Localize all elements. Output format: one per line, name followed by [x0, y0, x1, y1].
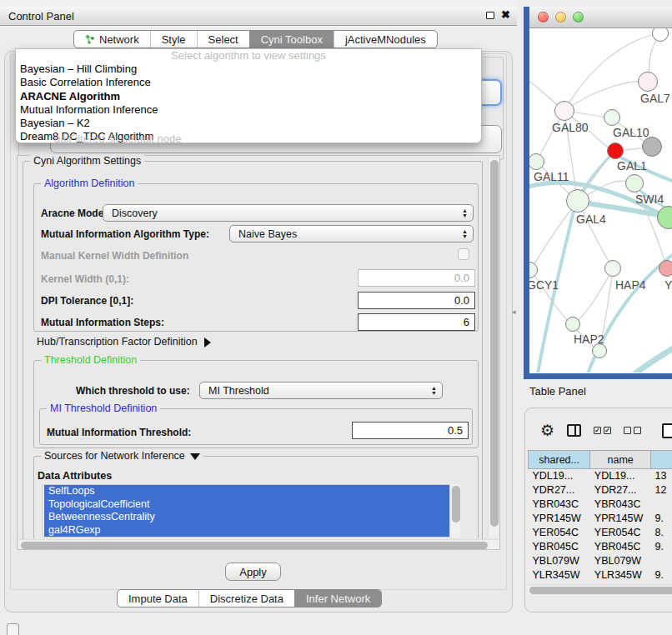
network-node-swi4[interactable] [625, 174, 644, 192]
attribute-list-item[interactable]: gal4RGexp [44, 524, 458, 538]
hub-transcription-factor-expander[interactable]: Hub/Transcription Factor Definition [37, 336, 211, 348]
dropdown-prompt: Select algorithm to view settings [16, 49, 481, 62]
scrollbar-thumb[interactable] [452, 486, 460, 522]
which-threshold-label: Which threshold to use: [76, 385, 190, 397]
close-button-icon[interactable] [538, 12, 549, 22]
tab-network[interactable]: Network [74, 31, 150, 48]
table-row[interactable]: YDL19...YDL19...13 [529, 469, 672, 483]
mi-steps-label: Mutual Information Steps: [41, 317, 164, 328]
algorithm-option[interactable]: Bayesian – Hill Climbing [16, 62, 481, 76]
table-row[interactable]: YBR043CYBR043C [529, 498, 672, 512]
kernel-width-field[interactable]: 0.0 [358, 269, 475, 287]
node-label: Y [664, 278, 672, 292]
panel-splitter-handle[interactable]: ◂ [512, 308, 516, 316]
minimize-button-icon[interactable] [555, 12, 566, 22]
group-title: Threshold Definition [41, 354, 140, 366]
network-canvas[interactable]: GAL7GAL80GAL10GAL1GAL11SWI4GAL4GCY1HAP4Y… [529, 28, 672, 372]
scrollbar-thumb[interactable] [21, 542, 488, 549]
table-cell: YBR045C [590, 540, 651, 554]
column-header[interactable]: shared... [529, 451, 590, 469]
tab-impute-data[interactable]: Impute Data [118, 590, 198, 607]
scrollbar-thumb[interactable] [490, 160, 499, 527]
network-node-y[interactable] [659, 260, 672, 277]
attributes-vertical-scrollbar[interactable] [449, 484, 460, 538]
algorithm-option[interactable]: Basic Correlation Inference [16, 76, 481, 89]
network-node-gal4[interactable] [566, 189, 589, 212]
settings-horizontal-scrollbar[interactable] [19, 539, 499, 549]
tab-discretize-data[interactable]: Discretize Data [198, 590, 294, 607]
attribute-list-item[interactable]: SelfLoops [44, 485, 458, 498]
control-panel-title: Control Panel [8, 10, 74, 22]
top-strip [0, 0, 517, 7]
network-node[interactable] [642, 137, 662, 157]
aracne-mode-combobox[interactable]: Discovery ▲▼ [103, 204, 474, 222]
network-node[interactable] [592, 343, 607, 358]
table-row[interactable]: YBR045CYBR045C9. [529, 540, 672, 554]
table-horizontal-scrollbar[interactable] [528, 584, 672, 594]
network-node-gal7[interactable] [638, 72, 658, 92]
table-row[interactable]: YPR145WYPR145W9. [529, 512, 672, 526]
column-header[interactable]: name [590, 451, 651, 469]
tab-select[interactable]: Select [197, 31, 249, 48]
network-selector-ghost-text: galFiltered.sif default node [54, 132, 181, 143]
table-row[interactable]: YER054CYER054C8. [529, 526, 672, 540]
network-node-hap2[interactable] [565, 317, 580, 332]
close-panel-icon[interactable]: ✖ [501, 10, 510, 20]
table-row[interactable]: YDR27...YDR27...12 [529, 483, 672, 498]
attribute-list-item[interactable]: BetweennessCentrality [44, 511, 458, 524]
field-value: 6 [464, 316, 469, 328]
table-cell: 12 [651, 483, 672, 498]
table-cell: 8. [651, 526, 672, 540]
deselect-all-checkboxes-icon[interactable] [624, 427, 641, 434]
manual-kernel-label: Manual Kernel Width Definition [41, 250, 188, 262]
application-window: Control Panel ✖ Network Style Select Cyn… [0, 0, 672, 635]
algorithm-option[interactable]: ARACNE Algorithm [16, 90, 481, 103]
network-node-gal10[interactable] [604, 109, 620, 126]
apply-button[interactable]: Apply [225, 562, 281, 581]
table-cell: YBL079W [529, 554, 590, 568]
table-row[interactable]: YLR345WYLR345W9. [529, 568, 672, 582]
which-threshold-combobox[interactable]: MI Threshold ▲▼ [199, 382, 443, 399]
float-window-icon[interactable] [486, 12, 494, 19]
network-node-gal80[interactable] [554, 101, 574, 121]
select-all-checkboxes-icon[interactable]: ✓✓ [594, 427, 611, 434]
algorithm-option[interactable]: Bayesian – K2 [16, 117, 481, 130]
group-title: Cyni Algorithm Settings [30, 155, 144, 167]
stepper-arrows-icon: ▲▼ [457, 229, 473, 238]
columns-icon[interactable] [567, 424, 581, 437]
dpi-tolerance-field[interactable]: 0.0 [358, 292, 475, 309]
combobox-value: MI Threshold [208, 385, 426, 397]
table-cell: YPR145W [590, 512, 651, 526]
minimized-panel-icon[interactable] [7, 623, 19, 635]
manual-kernel-checkbox[interactable] [458, 248, 469, 260]
mi-steps-field[interactable]: 6 [358, 313, 475, 331]
zoom-button-icon[interactable] [573, 12, 584, 22]
export-table-icon[interactable] [662, 423, 672, 438]
tab-jactivemnodules[interactable]: jActiveMNodules [333, 31, 437, 48]
table-row[interactable]: YBL079WYBL079W [529, 554, 672, 568]
tab-cyni-toolbox[interactable]: Cyni Toolbox [249, 31, 333, 48]
table-panel-title: Table Panel [529, 385, 586, 398]
column-header[interactable] [651, 451, 672, 469]
tab-style[interactable]: Style [150, 31, 197, 48]
tab-label: Impute Data [128, 592, 188, 605]
algorithm-option[interactable]: Mutual Information Inference [16, 103, 481, 117]
table-panel-body: ⚙ ✓✓ shared...name YDL19...YDL19...13YDR… [524, 408, 672, 612]
tab-label: Cyni Toolbox [261, 33, 323, 46]
table-cell: YBR045C [529, 540, 590, 554]
data-attributes-list[interactable]: SelfLoopsTopologicalCoefficientBetweenne… [43, 484, 459, 538]
table-cell: YBR043C [529, 498, 590, 512]
gear-icon[interactable]: ⚙ [540, 422, 554, 438]
tab-label: jActiveMNodules [345, 33, 426, 46]
network-node-hap4[interactable] [604, 260, 621, 277]
mi-threshold-field[interactable]: 0.5 [352, 422, 469, 439]
mi-algorithm-type-combobox[interactable]: Naive Bayes ▲▼ [229, 225, 474, 242]
attribute-list-item[interactable]: TopologicalCoefficient [44, 498, 458, 512]
tab-infer-network[interactable]: Infer Network [294, 590, 381, 607]
tab-label: Infer Network [306, 592, 370, 605]
scrollbar-thumb[interactable] [529, 587, 672, 594]
network-node-gal1[interactable] [607, 142, 624, 159]
group-title: MI Threshold Definition [47, 402, 160, 414]
node-label: SWI4 [635, 192, 664, 206]
settings-vertical-scrollbar[interactable] [488, 158, 499, 538]
